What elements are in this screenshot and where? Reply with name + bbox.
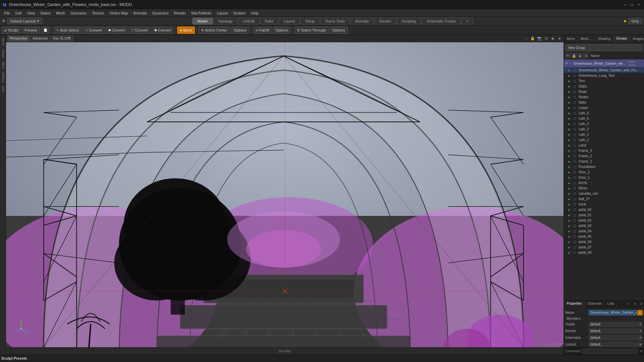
perspective-button[interactable]: Perspective	[7, 36, 30, 42]
tree-item-camellia[interactable]: ◈ ⬡ camellia_red	[564, 191, 644, 196]
menu-view[interactable]: View	[24, 10, 38, 16]
tree-item-petal08[interactable]: ◈ ⬡ petal_08	[564, 250, 644, 255]
tree-item-slabs[interactable]: ◈ ⬡ Slabs	[564, 84, 644, 89]
command-input[interactable]	[582, 349, 638, 354]
menu-render[interactable]: Render	[171, 10, 189, 16]
menu-edit[interactable]: Edit	[13, 10, 24, 16]
props-tab-channels[interactable]: Channels	[585, 301, 605, 308]
tree-item-nails[interactable]: ◈ ⬡ Nails	[564, 100, 644, 105]
tab-add[interactable]: +	[461, 18, 473, 24]
menu-geometry[interactable]: Geometry	[68, 10, 89, 16]
convert-button-2[interactable]: ⬢ Convert	[106, 26, 128, 34]
tree-item-lath5[interactable]: ◈ ⬡ Lath_5	[564, 116, 644, 121]
tab-animate[interactable]: Animate	[350, 18, 374, 24]
tree-item-archs[interactable]: ◈ ⬡ Archs	[564, 180, 644, 186]
tree-item-wires[interactable]: ◈ ⬡ Wires	[564, 186, 644, 191]
render-icon[interactable]: ◉	[577, 53, 583, 58]
tab-mesh[interactable]: Mesh ...	[578, 35, 595, 43]
menu-mesh[interactable]: Mesh	[53, 10, 68, 16]
tree-item-door1[interactable]: ◈ ⬡ Door_1	[564, 175, 644, 180]
props-tab-add-icon[interactable]: +	[625, 301, 631, 308]
convert-button-1[interactable]: ⬡ Convert	[83, 26, 105, 34]
sidebar-label-sculpt[interactable]: Sculpt	[1, 36, 5, 47]
tab-scripting[interactable]: Scripting	[397, 18, 421, 24]
props-expand-icon[interactable]: ⇗	[632, 301, 638, 308]
tree-item-road[interactable]: ◈ ⬡ Road	[564, 89, 644, 95]
advanced-button[interactable]: Advanced	[30, 36, 50, 42]
tree-item-land[interactable]: ◈ ⬡ Land	[564, 143, 644, 148]
vp-home-icon[interactable]: ⌂	[523, 36, 529, 41]
tree-item-lath3[interactable]: ◈ ⬡ Lath_3	[564, 127, 644, 132]
tree-item-lath2[interactable]: ◈ ⬡ Lath_2	[564, 132, 644, 137]
convert-button-3[interactable]: ⬡ Convert	[128, 26, 151, 34]
prop-dropdown-selectable[interactable]: default ▾	[589, 335, 643, 341]
ray-gl-button[interactable]: Ray GL(Off)	[51, 36, 73, 42]
menu-system[interactable]: System	[231, 10, 249, 16]
maximize-btn[interactable]: □	[629, 2, 635, 7]
close-btn[interactable]: ×	[636, 2, 641, 7]
convert-button-4[interactable]: ⬢ Convert	[152, 26, 174, 34]
sidebar-label-item[interactable]: Item	[1, 84, 5, 93]
settings-icon[interactable]: ⚙	[2, 19, 5, 23]
tab-paint[interactable]: Paint	[260, 18, 278, 24]
tree-item-petal07[interactable]: ◈ ⬡ petal_07	[564, 245, 644, 250]
presets-button[interactable]: Presets	[22, 26, 40, 34]
tab-uvedit[interactable]: UVEdit	[238, 18, 260, 24]
options-button-2[interactable]: Options	[273, 26, 291, 34]
tab-layout[interactable]: Layout	[279, 18, 300, 24]
minimize-btn[interactable]: −	[623, 2, 628, 7]
vp-render-icon[interactable]: ◉	[550, 36, 555, 41]
new-group-button[interactable]: New Group	[565, 44, 643, 51]
tab-setup[interactable]: Setup	[300, 18, 320, 24]
tree-item-tent[interactable]: ◈ ⬡ Tent	[564, 78, 644, 84]
menu-dynamics[interactable]: Dynamics	[150, 10, 171, 16]
tab-render[interactable]: Render	[374, 18, 396, 24]
settings-small-icon[interactable]: ⚙	[583, 53, 589, 58]
vp-camera-icon[interactable]: 📷	[537, 36, 542, 41]
tree-item-foundation[interactable]: ◈ ⬡ Foundation	[564, 164, 644, 170]
select-through-button[interactable]: ⊞ Select Through	[294, 26, 328, 34]
falloff-button[interactable]: ◎ Falloff	[253, 26, 272, 34]
tab-groups[interactable]: Groups	[613, 35, 630, 43]
action-center-button[interactable]: ⊕ Action Center	[199, 26, 230, 34]
menu-layout[interactable]: Layout	[214, 10, 231, 16]
items-button[interactable]: ◈ Items	[177, 26, 195, 34]
prop-dropdown-locked[interactable]: default ▾	[589, 342, 643, 347]
menu-maxtomodo[interactable]: MaxToModo	[189, 10, 214, 16]
vp-lock-icon[interactable]: 🔒	[530, 36, 535, 41]
eye-icon[interactable]: 👁	[565, 53, 571, 58]
props-expand2-icon[interactable]: ⇗	[638, 301, 644, 308]
tree-item-petal00[interactable]: ◈ ⬡ petal_00	[564, 207, 644, 213]
filetype-icon-btn[interactable]: 📄	[41, 26, 50, 34]
prop-name-confirm-icon[interactable]: ✓	[637, 310, 643, 315]
tab-game-tools[interactable]: Game Tools	[320, 18, 350, 24]
tree-item-greenhouse-long-tent[interactable]: ◈ ⬡ Greenhouse_Long_Tent	[564, 73, 644, 78]
menu-help[interactable]: Help	[248, 10, 261, 16]
tab-model[interactable]: Model	[193, 18, 213, 24]
sidebar-label-polygon[interactable]: Polygon	[1, 70, 5, 84]
tree-item-door2[interactable]: ◈ ⬡ Door_2	[564, 170, 644, 175]
tree-group-header[interactable]: ▼ ⬡ Greenhouse_Winter_Garden_with_... 54…	[564, 59, 644, 68]
menu-select[interactable]: Select	[38, 10, 53, 16]
menu-animate[interactable]: Animate	[131, 10, 150, 16]
sidebar-label-vertex[interactable]: Vertex	[1, 48, 5, 59]
tree-item-lath1[interactable]: ◈ ⬡ Lath_1	[564, 137, 644, 143]
tree-item-petal05[interactable]: ◈ ⬡ petal_05	[564, 234, 644, 239]
lock-icon[interactable]: 🔒	[571, 53, 577, 58]
options-button-1[interactable]: Options	[231, 26, 249, 34]
tree-item-petal01[interactable]: ◈ ⬡ petal_01	[564, 213, 644, 218]
tab-topology[interactable]: Topology	[213, 18, 238, 24]
sidebar-label-edge[interactable]: Edge	[1, 60, 5, 70]
tree-item-petal02[interactable]: ◈ ⬡ petal_02	[564, 218, 644, 223]
vp-grid-icon[interactable]: ⊞	[543, 36, 549, 41]
props-tab-lists[interactable]: Lists	[605, 301, 618, 308]
tree-item-greenhouse-long[interactable]: ◈ ⬡ Greenhouse_Winter_Garden_with_Flo...	[564, 68, 644, 73]
default-layouts-dropdown[interactable]: Default Layouts ▾	[7, 18, 42, 24]
prop-dropdown-visible[interactable]: default ▾	[589, 322, 643, 327]
props-tab-properties[interactable]: Properties	[564, 301, 585, 308]
tree-item-loops[interactable]: ◈ ⬡ Loops	[564, 105, 644, 111]
tree-item-nodes[interactable]: ◈ ⬡ Nodes	[564, 95, 644, 100]
viewport-canvas[interactable]: X Y Z 1.0x | 100%	[6, 42, 564, 347]
auto-select-button[interactable]: ↖ Auto Select	[54, 26, 82, 34]
menu-texture[interactable]: Texture	[89, 10, 107, 16]
